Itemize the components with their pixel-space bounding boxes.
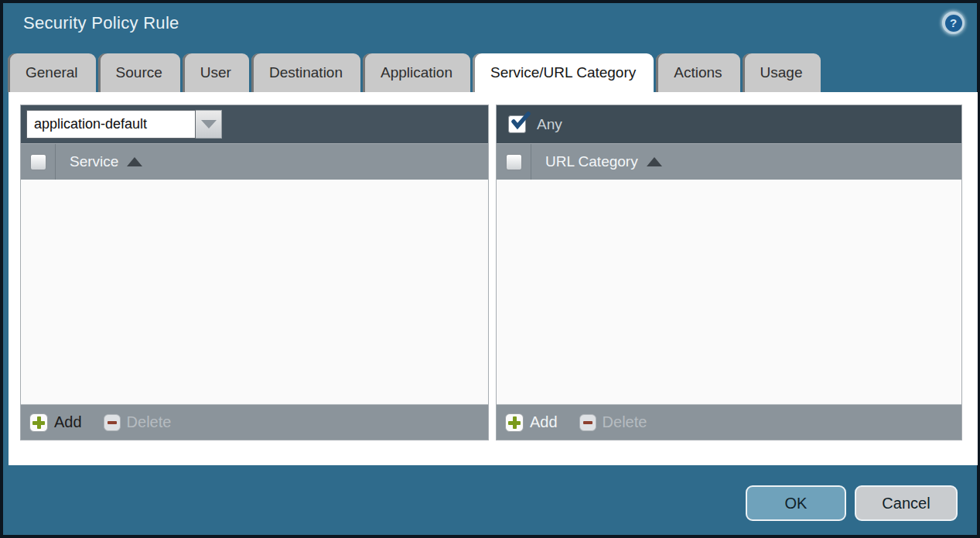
service-delete-button[interactable]: Delete xyxy=(104,413,172,431)
service-add-label: Add xyxy=(54,413,82,431)
url-category-select-all-checkbox[interactable] xyxy=(506,154,522,170)
service-column-label: Service xyxy=(70,153,118,170)
tab-usage[interactable]: Usage xyxy=(743,53,821,92)
tab-service-url-category[interactable]: Service/URL Category xyxy=(473,53,654,92)
sort-ascending-icon xyxy=(127,157,142,166)
url-category-list xyxy=(497,180,961,404)
service-panel: application-default Service xyxy=(20,105,489,440)
url-category-column-header[interactable]: URL Category xyxy=(497,143,961,180)
tab-user[interactable]: User xyxy=(183,53,249,92)
url-category-add-label: Add xyxy=(530,413,558,431)
service-add-button[interactable]: Add xyxy=(29,413,82,432)
plus-icon xyxy=(29,413,48,432)
tab-general[interactable]: General xyxy=(8,53,96,92)
url-category-delete-label: Delete xyxy=(603,413,647,431)
sort-ascending-icon xyxy=(647,157,662,166)
service-toolbar: application-default xyxy=(21,105,488,143)
tab-destination[interactable]: Destination xyxy=(251,53,360,92)
url-category-toolbar: Any xyxy=(497,105,961,143)
service-header-checkbox-cell xyxy=(21,144,56,180)
dialog-title: Security Policy Rule xyxy=(23,13,179,33)
checkmark-icon xyxy=(510,111,531,131)
url-category-column-label: URL Category xyxy=(545,153,638,170)
tab-content-area: application-default Service xyxy=(9,92,978,465)
help-icon[interactable]: ? xyxy=(942,12,965,34)
security-policy-rule-dialog: Security Policy Rule ? General Source Us… xyxy=(0,0,980,538)
url-category-panel: Any URL Category Add xyxy=(496,105,962,440)
service-type-dropdown-button[interactable] xyxy=(196,110,222,139)
service-delete-label: Delete xyxy=(127,413,172,431)
tab-actions[interactable]: Actions xyxy=(656,53,739,92)
chevron-down-icon xyxy=(201,120,217,129)
service-footer: Add Delete xyxy=(21,404,488,440)
url-category-footer: Add Delete xyxy=(497,404,961,440)
url-category-delete-button[interactable]: Delete xyxy=(579,413,647,431)
service-list xyxy=(21,180,488,404)
service-select-all-checkbox[interactable] xyxy=(30,154,46,170)
tab-bar: General Source User Destination Applicat… xyxy=(8,53,821,92)
cancel-button[interactable]: Cancel xyxy=(855,485,958,521)
minus-icon xyxy=(579,414,596,431)
url-category-header-checkbox-cell xyxy=(497,144,531,180)
tab-source[interactable]: Source xyxy=(98,53,180,92)
help-question-glyph: ? xyxy=(945,15,962,32)
service-type-dropdown-value[interactable]: application-default xyxy=(26,110,196,139)
minus-icon xyxy=(104,414,121,431)
plus-icon xyxy=(505,413,524,432)
ok-button[interactable]: OK xyxy=(746,485,846,521)
url-category-any-row: Any xyxy=(502,115,562,133)
url-category-any-checkbox[interactable] xyxy=(508,115,526,133)
service-column-header[interactable]: Service xyxy=(21,143,488,180)
url-category-add-button[interactable]: Add xyxy=(505,413,558,432)
tab-application[interactable]: Application xyxy=(363,53,470,92)
url-category-any-label: Any xyxy=(537,116,562,133)
service-type-dropdown[interactable]: application-default xyxy=(26,110,222,139)
